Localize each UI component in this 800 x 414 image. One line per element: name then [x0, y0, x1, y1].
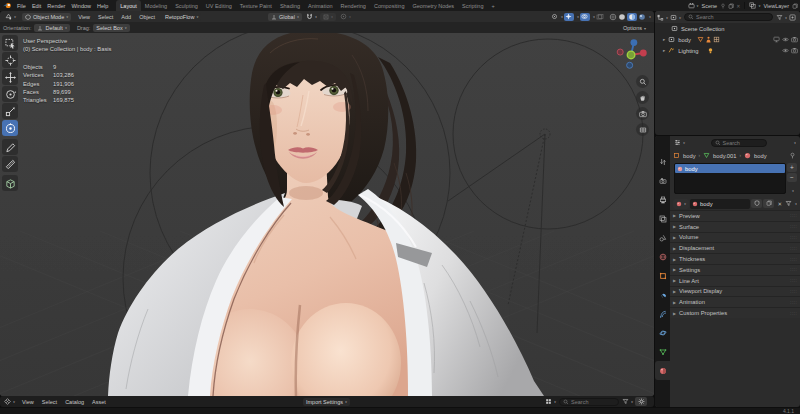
outliner-filter-collection-icon[interactable]	[670, 14, 677, 21]
workspace-tab-texture-paint[interactable]: Texture Paint	[236, 0, 276, 11]
outliner-row-lighting[interactable]: ▸ Lighting	[655, 45, 800, 56]
mode-dropdown[interactable]: Object Mode ▾	[22, 13, 71, 21]
tool-scale[interactable]	[2, 103, 18, 119]
breadcrumb-data[interactable]: body.001	[713, 153, 736, 159]
material-icon[interactable]	[744, 152, 751, 159]
outliner-display-mode-icon[interactable]	[657, 14, 664, 21]
tab-world[interactable]	[655, 247, 670, 266]
viewlayer-icon[interactable]	[749, 2, 756, 9]
shading-solid-button[interactable]	[618, 13, 626, 21]
scene-icon[interactable]	[688, 2, 695, 9]
fake-user-button[interactable]	[751, 199, 762, 208]
tool-add-cube[interactable]	[2, 175, 18, 191]
pin-icon[interactable]	[720, 3, 726, 9]
pan-button[interactable]	[636, 91, 649, 104]
new-viewlayer-icon[interactable]	[792, 3, 798, 9]
outliner-search[interactable]: Search	[684, 13, 773, 21]
viewport-menu-object[interactable]: Object	[135, 14, 159, 20]
scene-selector[interactable]: Scene	[699, 3, 721, 9]
perspective-toggle-button[interactable]	[636, 123, 649, 136]
workspace-tab-modeling[interactable]: Modeling	[141, 0, 171, 11]
tab-modifiers[interactable]	[655, 285, 670, 304]
outliner-filter-icon[interactable]	[776, 14, 783, 21]
properties-editor-icon[interactable]	[674, 139, 681, 146]
panel-thickness[interactable]: ▶Thickness∷∷	[670, 253, 800, 264]
chevron-down-icon[interactable]: ▾	[758, 4, 760, 8]
tab-tool[interactable]	[655, 152, 670, 171]
panel-surface[interactable]: ▶Surface∷∷	[670, 221, 800, 232]
panel-preview[interactable]: ▶Preview∷∷	[670, 210, 800, 221]
tab-scene[interactable]	[655, 228, 670, 247]
asset-menu-catalog[interactable]: Catalog	[61, 399, 88, 405]
data-icon[interactable]	[703, 152, 710, 159]
asset-settings-gear-icon[interactable]	[635, 397, 647, 406]
pin-id-icon[interactable]	[789, 152, 796, 159]
asset-menu-select[interactable]: Select	[38, 399, 61, 405]
panel-animation[interactable]: ▶Animation∷∷	[670, 296, 800, 307]
expand-icon[interactable]: ▸	[663, 37, 665, 42]
show-gizmos-toggle[interactable]	[564, 13, 574, 21]
tab-object[interactable]	[655, 266, 670, 285]
viewlayer-selector[interactable]: ViewLayer	[760, 3, 792, 9]
camera-view-button[interactable]	[636, 107, 649, 120]
hide-eye-icon[interactable]	[782, 47, 789, 54]
asset-filter-icon[interactable]	[622, 398, 629, 405]
tab-viewlayer[interactable]	[655, 209, 670, 228]
workspace-tab-+[interactable]: +	[487, 0, 498, 11]
properties-search[interactable]: Search	[711, 139, 767, 147]
outliner-newcollection-icon[interactable]	[789, 14, 796, 21]
workspace-tab-sculpting[interactable]: Sculpting	[171, 0, 202, 11]
restrict-render-icon[interactable]	[791, 47, 798, 54]
blender-logo[interactable]	[3, 2, 12, 9]
tab-render[interactable]	[655, 171, 670, 190]
workspace-tab-geometry-nodes[interactable]: Geometry Nodes	[409, 0, 459, 11]
restrict-viewport-icon[interactable]	[773, 36, 780, 43]
tab-data[interactable]	[655, 342, 670, 361]
retopoflow-menu[interactable]: RetopoFlow▾	[162, 13, 201, 21]
asset-menu-asset[interactable]: Asset	[88, 399, 110, 405]
show-gizmo-icon[interactable]	[551, 13, 558, 20]
material-name-field[interactable]: body	[690, 199, 750, 209]
tool-rotate[interactable]	[2, 86, 18, 102]
xray-toggle[interactable]	[596, 13, 604, 21]
shading-rendered-button[interactable]	[638, 13, 646, 21]
chevron-down-icon[interactable]: ▾	[697, 4, 699, 8]
outliner-row-scene-collection[interactable]: Scene Collection	[655, 23, 800, 34]
panel-line-art[interactable]: ▶Line Art∷∷	[670, 275, 800, 286]
snap-target-icon[interactable]: ▾	[320, 13, 336, 21]
tool-measure[interactable]	[2, 156, 18, 172]
panel-volume[interactable]: ▶Volume∷∷	[670, 232, 800, 243]
zoom-button[interactable]	[636, 75, 649, 88]
browse-material-button[interactable]: ▾	[673, 199, 689, 209]
panel-custom-properties[interactable]: ▶Custom Properties∷∷	[670, 307, 800, 318]
tool-cursor[interactable]	[2, 52, 18, 68]
show-overlays-toggle[interactable]	[580, 13, 590, 21]
tool-transform[interactable]	[2, 120, 18, 136]
tool-select-box[interactable]	[2, 35, 18, 51]
display-size-icon[interactable]	[545, 398, 552, 405]
proportional-editing-icon[interactable]	[340, 13, 347, 20]
snap-magnet-icon[interactable]	[306, 13, 313, 20]
transform-orientation-dropdown[interactable]: Global▾	[268, 13, 302, 21]
shading-material-button[interactable]	[627, 13, 637, 21]
viewport-menu-select[interactable]: Select	[94, 14, 117, 20]
menu-help[interactable]: Help	[94, 3, 111, 9]
tab-material[interactable]	[655, 361, 670, 380]
tool-move[interactable]	[2, 69, 18, 85]
navigation-gizmo[interactable]	[615, 36, 649, 70]
workspace-tab-uv-editing[interactable]: UV Editing	[202, 0, 236, 11]
workspace-tab-shading[interactable]: Shading	[276, 0, 304, 11]
outliner-row-body[interactable]: ▸ body	[655, 34, 800, 45]
tab-particles[interactable]	[655, 304, 670, 323]
viewport-menu-add[interactable]: Add	[117, 14, 135, 20]
asset-menu-view[interactable]: View	[18, 399, 38, 405]
breadcrumb-material[interactable]: body	[754, 153, 767, 159]
material-slot-list[interactable]: body	[674, 163, 786, 194]
workspace-tab-rendering[interactable]: Rendering	[337, 0, 370, 11]
panel-displacement[interactable]: ▶Displacement∷∷	[670, 242, 800, 253]
expand-icon[interactable]: ▸	[663, 48, 665, 53]
options-dropdown[interactable]: Options▾	[623, 25, 646, 31]
workspace-tab-scripting[interactable]: Scripting	[458, 0, 487, 11]
workspace-tab-compositing[interactable]: Compositing	[370, 0, 409, 11]
add-slot-button[interactable]: +	[787, 163, 797, 172]
